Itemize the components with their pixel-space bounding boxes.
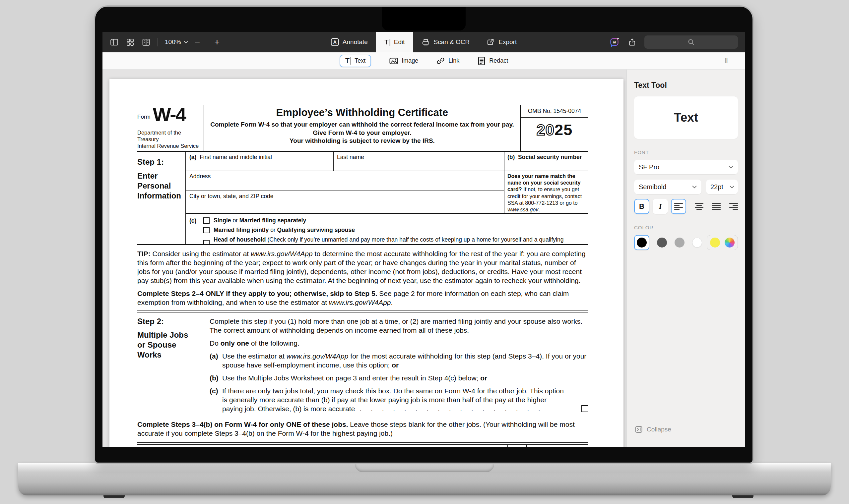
text-tool-icon: T	[345, 57, 351, 65]
redact-icon	[477, 56, 486, 66]
color-section-label: COLOR	[634, 225, 738, 230]
step2-do-only-one: Do only one of the following.	[210, 339, 588, 347]
last-name-field[interactable]: Last name	[334, 152, 504, 171]
next-row-cell-border	[507, 445, 508, 447]
step2-option-a: (a) Use the estimator at www.irs.gov/W4A…	[210, 352, 588, 370]
option-label: Head of household (Check only if you’re …	[213, 236, 588, 244]
ssn-match-note: Does your name match the name on your so…	[504, 171, 588, 214]
tab-annotate[interactable]: A Annotate	[323, 32, 376, 52]
text-tool-button[interactable]: T Text	[340, 55, 371, 67]
tool-label: Text	[354, 57, 365, 64]
italic-button[interactable]: I	[653, 199, 668, 214]
bold-button[interactable]: B	[634, 199, 649, 214]
tool-label: Redact	[489, 57, 508, 64]
tip-paragraph: TIP: Consider using the estimator at www…	[137, 249, 588, 285]
redact-tool-button[interactable]: Redact	[477, 56, 508, 66]
form-subtitle-1: Complete Form W-4 so that your employer …	[210, 121, 515, 129]
chevron-down-icon	[692, 185, 697, 188]
link-icon	[436, 56, 445, 65]
scan-ocr-icon	[421, 38, 430, 47]
panel-resize-handle[interactable]: ‖	[725, 57, 729, 65]
form-subtitle-2: Give Form W-4 to your employer.	[210, 129, 515, 137]
tab-label: Export	[499, 38, 517, 46]
form-title: Employee’s Withholding Certificate	[210, 107, 515, 119]
color-wheel-picker[interactable]	[725, 238, 734, 248]
macbook-mockup: 100% − + A Annotate T Edit	[0, 0, 849, 504]
color-swatch-black[interactable]	[634, 235, 649, 250]
annotate-icon: A	[331, 38, 339, 46]
step1-table: Step 1: Enter Personal Information (a) F…	[137, 152, 588, 245]
edit-tools-bar: T Text Image Link	[103, 52, 745, 70]
ssn-field[interactable]: (b) Social security number	[504, 152, 588, 171]
tab-export[interactable]: Export	[478, 32, 525, 52]
two-jobs-checkbox[interactable]	[582, 405, 588, 412]
first-name-field[interactable]: (a) First name and middle initial	[186, 152, 334, 171]
panel-title: Text Tool	[634, 81, 738, 90]
sidebar-toggle-icon[interactable]	[110, 38, 119, 47]
svg-text:ai: ai	[613, 40, 616, 44]
zoom-out-button[interactable]: −	[195, 38, 200, 47]
mode-tabs: A Annotate T Edit Scan & OCR	[323, 32, 525, 52]
share-icon[interactable]	[628, 38, 637, 47]
married-jointly-checkbox[interactable]	[203, 227, 210, 233]
dept-line2: Internal Revenue Service	[137, 143, 204, 149]
search-icon	[688, 38, 695, 46]
filing-status-row: (c) Single or Married filing separately	[186, 214, 588, 244]
two-page-view-icon[interactable]	[142, 38, 151, 47]
zoom-level-value: 100%	[165, 38, 181, 46]
address-field[interactable]: Address	[186, 171, 504, 191]
camera-notch	[382, 7, 466, 31]
tab-label: Edit	[394, 38, 405, 46]
align-right-icon[interactable]	[729, 203, 738, 210]
image-icon	[389, 57, 398, 65]
tool-label: Image	[402, 57, 418, 64]
font-family-select[interactable]: SF Pro	[634, 160, 738, 174]
font-size-select[interactable]: 22pt	[706, 180, 738, 194]
text-style-preview[interactable]: Text	[634, 96, 738, 139]
step2-intro: Complete this step if you (1) hold more …	[210, 317, 588, 335]
filing-status-option: Married filing jointly or Qualifying sur…	[203, 227, 588, 234]
tab-edit[interactable]: T Edit	[376, 32, 413, 52]
color-swatch-dark-gray[interactable]	[657, 238, 667, 248]
link-tool-button[interactable]: Link	[436, 56, 459, 65]
font-weight-value: Semibold	[639, 183, 666, 191]
zoom-in-button[interactable]: +	[214, 38, 220, 47]
collapse-panel-button[interactable]: Collapse	[635, 426, 671, 433]
color-swatch-yellow[interactable]	[710, 238, 720, 248]
extra-colors-group	[707, 235, 738, 250]
align-justify-icon[interactable]	[712, 203, 721, 210]
step2-subtitle: Multiple Jobs or Spouse Works	[137, 330, 210, 360]
city-field[interactable]: City or town, state, and ZIP code	[186, 191, 504, 214]
toolbar-divider	[157, 38, 158, 47]
option-label: Married filing jointly or Qualifying sur…	[213, 227, 355, 234]
tab-scan-ocr[interactable]: Scan & OCR	[413, 32, 478, 52]
chevron-down-icon	[730, 185, 734, 188]
step1-title: Step 1:	[137, 157, 185, 167]
form-subtitle-3: Your withholding is subject to review by…	[210, 137, 515, 145]
filing-status-option: Single or Married filing separately	[203, 217, 588, 224]
search-input[interactable]	[644, 35, 738, 49]
step2-option-b: (b) Use the Multiple Jobs Worksheet on p…	[210, 374, 588, 382]
ai-assistant-icon[interactable]: ai	[609, 37, 620, 48]
image-tool-button[interactable]: Image	[389, 57, 418, 65]
single-checkbox[interactable]	[203, 217, 210, 224]
thumbnail-grid-icon[interactable]	[126, 38, 135, 47]
step1-subtitle: Enter Personal Information	[137, 171, 185, 201]
tax-year: 2025	[521, 121, 588, 139]
tool-label: Link	[448, 57, 459, 64]
color-swatch-white[interactable]	[692, 238, 702, 248]
color-swatch-gray[interactable]	[675, 238, 685, 248]
tab-label: Scan & OCR	[433, 38, 470, 46]
laptop-lid-notch-scoop	[355, 463, 494, 472]
head-of-household-checkbox[interactable]	[203, 240, 210, 244]
step2-section: Step 2: Multiple Jobs or Spouse Works Co…	[137, 316, 588, 413]
option-label: Single or Married filing separately	[213, 217, 306, 224]
align-left-button[interactable]	[671, 199, 686, 214]
document-canvas: Form W-4 Department of the Treasury Inte…	[103, 70, 626, 447]
collapse-icon	[635, 426, 643, 433]
laptop-base	[18, 463, 831, 496]
zoom-level-select[interactable]: 100%	[165, 38, 188, 46]
align-center-icon[interactable]	[695, 203, 704, 210]
font-weight-select[interactable]: Semibold	[634, 180, 701, 194]
step2-title: Step 2:	[137, 317, 210, 326]
